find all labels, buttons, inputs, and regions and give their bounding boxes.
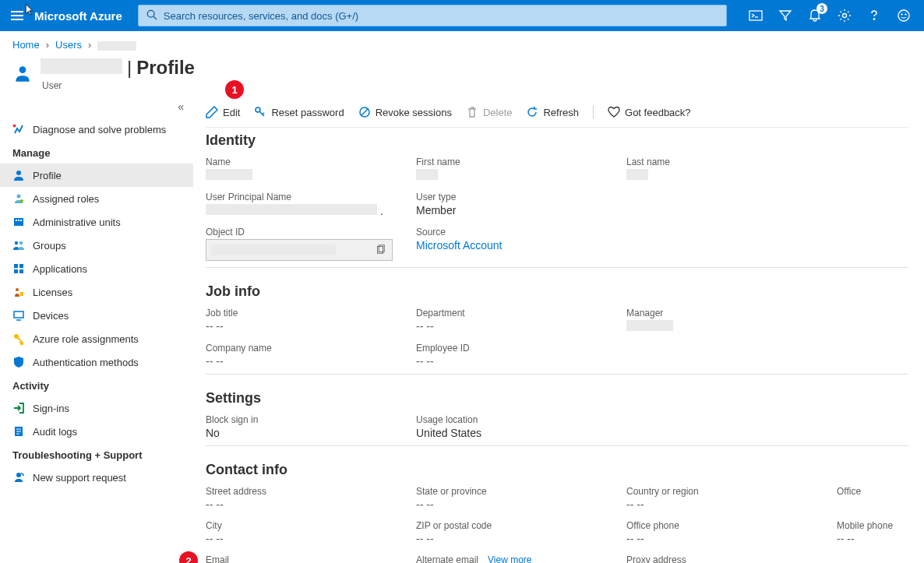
page-title-username bbox=[41, 58, 122, 74]
sidebar-item-label: Sign-ins bbox=[33, 403, 69, 414]
sidebar-item-label: Diagnose and solve problems bbox=[33, 124, 166, 135]
support-icon bbox=[12, 471, 25, 484]
audit-icon bbox=[12, 425, 25, 438]
chevron-right-icon: › bbox=[88, 39, 91, 51]
breadcrumb: Home › Users › bbox=[0, 31, 924, 54]
jobtitle-value: -- -- bbox=[206, 320, 416, 333]
profile-icon bbox=[12, 169, 25, 181]
svg-rect-16 bbox=[20, 220, 22, 221]
svg-point-11 bbox=[17, 195, 21, 199]
refresh-icon bbox=[526, 106, 538, 118]
object-id-field[interactable] bbox=[206, 239, 393, 261]
sidebar-item-label: Azure role assignments bbox=[33, 333, 139, 345]
state-value: -- -- bbox=[416, 498, 626, 511]
search-icon bbox=[146, 9, 157, 23]
sidebar-section-trouble: Troubleshooting + Support bbox=[0, 443, 193, 466]
sidebar-item-label: Profile bbox=[33, 170, 62, 181]
manager-value bbox=[626, 320, 837, 333]
svg-rect-15 bbox=[18, 220, 19, 221]
feedback-icon[interactable] bbox=[896, 8, 912, 23]
cloud-shell-icon[interactable] bbox=[748, 8, 764, 23]
svg-rect-14 bbox=[16, 220, 17, 221]
svg-point-10 bbox=[16, 171, 21, 175]
breadcrumb-home[interactable]: Home bbox=[12, 39, 40, 51]
company-value: -- -- bbox=[206, 355, 416, 368]
callout-1: 1 bbox=[225, 80, 244, 99]
sidebar-item-audit[interactable]: Audit logs bbox=[0, 420, 193, 443]
collapse-sidebar-icon[interactable]: « bbox=[0, 99, 193, 118]
svg-point-32 bbox=[16, 473, 21, 477]
employee-id-value: -- -- bbox=[416, 355, 626, 368]
search-input[interactable] bbox=[164, 10, 718, 22]
sidebar-item-licenses[interactable]: Licenses bbox=[0, 280, 193, 304]
sidebar-item-label: Administrative units bbox=[33, 216, 121, 228]
sidebar-item-signins[interactable]: Sign-ins bbox=[0, 396, 193, 420]
help-icon[interactable] bbox=[866, 8, 882, 23]
key-icon bbox=[12, 333, 25, 345]
svg-point-23 bbox=[16, 288, 19, 291]
brand-label[interactable]: Microsoft Azure bbox=[34, 9, 122, 23]
sidebar-item-support[interactable]: New support request bbox=[0, 466, 193, 489]
sidebar-item-groups[interactable]: Groups bbox=[0, 234, 193, 257]
toolbar: 1 Edit Reset password Revoke sessions De… bbox=[206, 99, 908, 128]
svg-point-9 bbox=[19, 66, 26, 73]
usage-location-value: United States bbox=[416, 427, 626, 439]
city-value: -- -- bbox=[206, 533, 416, 545]
identity-source-value[interactable]: Microsoft Account bbox=[416, 239, 626, 252]
section-header-identity: Identity bbox=[206, 132, 908, 149]
notifications-icon[interactable]: 3 bbox=[807, 8, 823, 23]
revoke-sessions-button[interactable]: Revoke sessions bbox=[358, 106, 452, 118]
delete-icon bbox=[466, 106, 478, 118]
copy-icon[interactable] bbox=[375, 244, 387, 256]
chevron-right-icon: › bbox=[46, 39, 49, 51]
sidebar-item-azure-role[interactable]: Azure role assignments bbox=[0, 327, 193, 350]
svg-rect-2 bbox=[749, 11, 762, 20]
svg-rect-25 bbox=[14, 311, 23, 318]
search-box[interactable] bbox=[138, 5, 727, 26]
breadcrumb-current bbox=[97, 39, 136, 51]
roles-icon bbox=[12, 192, 25, 205]
svg-rect-20 bbox=[19, 264, 23, 268]
sidebar-item-label: Authentication methods bbox=[33, 357, 139, 368]
user-avatar-icon bbox=[12, 64, 33, 84]
svg-line-35 bbox=[361, 109, 368, 115]
country-value: -- -- bbox=[626, 498, 837, 511]
identity-name-value bbox=[206, 169, 416, 182]
diagnose-icon bbox=[12, 123, 25, 135]
sidebar-item-profile[interactable]: Profile bbox=[0, 164, 193, 187]
sidebar-item-devices[interactable]: Devices bbox=[0, 304, 193, 327]
sidebar-item-label: Applications bbox=[33, 263, 87, 275]
sidebar-item-auth-methods[interactable]: Authentication methods bbox=[0, 350, 193, 374]
feedback-button[interactable]: Got feedback? bbox=[608, 106, 691, 118]
sidebar-item-label: Devices bbox=[33, 310, 69, 322]
reset-password-button[interactable]: Reset password bbox=[254, 106, 344, 118]
signin-icon bbox=[12, 402, 25, 414]
devices-icon bbox=[12, 309, 25, 322]
sidebar-item-diagnose[interactable]: Diagnose and solve problems bbox=[0, 118, 193, 141]
heart-icon bbox=[608, 106, 620, 118]
sidebar-item-applications[interactable]: Applications bbox=[0, 257, 193, 280]
sidebar-item-assigned-roles[interactable]: Assigned roles bbox=[0, 187, 193, 210]
svg-point-0 bbox=[147, 10, 154, 17]
refresh-button[interactable]: Refresh bbox=[526, 106, 579, 118]
svg-point-6 bbox=[898, 10, 909, 21]
sidebar-item-admin-units[interactable]: Administrative units bbox=[0, 210, 193, 234]
view-more-link[interactable]: View more bbox=[488, 554, 531, 563]
breadcrumb-users[interactable]: Users bbox=[55, 39, 82, 51]
svg-rect-22 bbox=[19, 269, 23, 273]
page-subtitle: User bbox=[42, 80, 195, 91]
section-header-contact: Contact info bbox=[206, 462, 908, 478]
edit-icon bbox=[206, 106, 218, 118]
licenses-icon bbox=[12, 286, 25, 298]
key-icon bbox=[254, 106, 266, 118]
settings-icon[interactable] bbox=[837, 8, 852, 23]
section-header-settings: Settings bbox=[206, 390, 908, 406]
identity-first-value bbox=[416, 169, 626, 182]
notification-badge: 3 bbox=[816, 3, 827, 14]
applications-icon bbox=[12, 262, 25, 275]
filter-icon[interactable] bbox=[778, 8, 793, 23]
hamburger-menu[interactable] bbox=[6, 5, 28, 26]
delete-button: Delete bbox=[466, 106, 513, 118]
sidebar-item-label: Audit logs bbox=[33, 426, 77, 438]
edit-button[interactable]: Edit bbox=[206, 106, 240, 118]
